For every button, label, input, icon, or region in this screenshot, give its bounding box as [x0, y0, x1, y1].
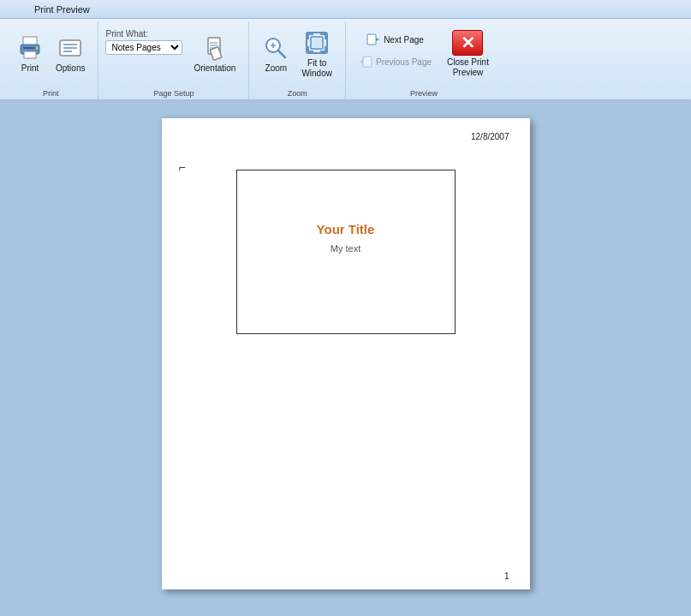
- options-icon: [57, 34, 84, 62]
- prev-page-icon: [359, 55, 372, 69]
- ribbon-group-page-setup: Print What: Notes Pages Full Page Slides…: [98, 22, 249, 99]
- fit-window-button[interactable]: Fit toWindow: [295, 26, 338, 82]
- svg-rect-2: [24, 51, 36, 58]
- svg-marker-21: [376, 38, 379, 41]
- title-bar-label: Print Preview: [34, 4, 90, 15]
- paper-date: 12/8/2007: [471, 132, 509, 141]
- print-button[interactable]: Print: [10, 26, 50, 82]
- title-bar: Print Preview: [0, 0, 691, 19]
- svg-rect-22: [363, 57, 372, 67]
- svg-line-15: [278, 51, 285, 57]
- ribbon-group-preview-content: Next Page Previous Page: [353, 26, 495, 98]
- svg-rect-20: [367, 34, 376, 45]
- zoom-button[interactable]: Zoom: [256, 26, 295, 82]
- zoom-group-label: Zoom: [249, 89, 345, 98]
- paper-page-number: 1: [504, 571, 509, 581]
- slide-corner-mark: ⌐: [179, 161, 186, 173]
- print-what-dropdown: Print What: Notes Pages Full Page Slides…: [105, 26, 182, 55]
- close-print-preview-label: Close PrintPreview: [447, 57, 489, 78]
- preview-area: 12/8/2007 ⌐ Your Title My text 1: [0, 101, 691, 599]
- nav-buttons-column: Next Page Previous Page: [353, 26, 438, 72]
- options-button[interactable]: Options: [50, 26, 91, 82]
- ribbon-group-page-setup-content: Print What: Notes Pages Full Page Slides…: [105, 26, 241, 98]
- paper: 12/8/2007 ⌐ Your Title My text 1: [162, 118, 530, 589]
- close-print-preview-button[interactable]: ✕ Close PrintPreview: [441, 26, 495, 82]
- slide-area: ⌐ Your Title My text: [188, 170, 504, 334]
- prev-page-button[interactable]: Previous Page: [353, 51, 438, 72]
- slide-subtitle: My text: [237, 243, 455, 254]
- svg-rect-3: [23, 47, 37, 49]
- svg-point-4: [36, 47, 39, 50]
- ribbon-group-print-content: Print Options: [10, 26, 91, 98]
- ribbon-group-zoom: Zoom Fit t: [249, 22, 346, 99]
- close-print-preview-icon: ✕: [452, 30, 483, 56]
- svg-marker-23: [360, 60, 363, 63]
- print-icon: [16, 34, 44, 62]
- next-page-button[interactable]: Next Page: [353, 29, 438, 50]
- print-button-label: Print: [21, 63, 39, 74]
- svg-rect-19: [311, 37, 323, 49]
- zoom-button-label: Zoom: [265, 63, 288, 74]
- zoom-icon: [262, 34, 289, 62]
- ribbon-group-zoom-content: Zoom Fit t: [256, 26, 338, 98]
- orientation-button[interactable]: Orientation: [188, 26, 241, 82]
- ribbon-groups: Print Options Print: [0, 22, 691, 99]
- next-page-label: Next Page: [384, 35, 424, 45]
- fit-window-button-label: Fit toWindow: [301, 58, 332, 79]
- prev-page-label: Previous Page: [376, 57, 432, 67]
- slide-container: Your Title My text: [236, 170, 456, 334]
- ribbon-group-preview: Next Page Previous Page: [346, 22, 502, 99]
- next-page-icon: [366, 33, 380, 46]
- page-setup-group-label: Page Setup: [98, 89, 248, 98]
- print-group-label: Print: [3, 89, 98, 98]
- preview-group-label: Preview: [346, 89, 502, 98]
- options-button-label: Options: [56, 63, 85, 74]
- fit-icon: [303, 29, 331, 57]
- print-what-select[interactable]: Notes Pages Full Page Slides Handouts Ou…: [105, 40, 182, 55]
- ribbon-group-print: Print Options Print: [3, 22, 98, 99]
- print-what-label: Print What:: [105, 29, 182, 39]
- orientation-icon: [201, 34, 229, 62]
- orientation-button-label: Orientation: [194, 63, 235, 74]
- ribbon: Print Options Print: [0, 19, 691, 101]
- slide-title: Your Title: [237, 222, 455, 236]
